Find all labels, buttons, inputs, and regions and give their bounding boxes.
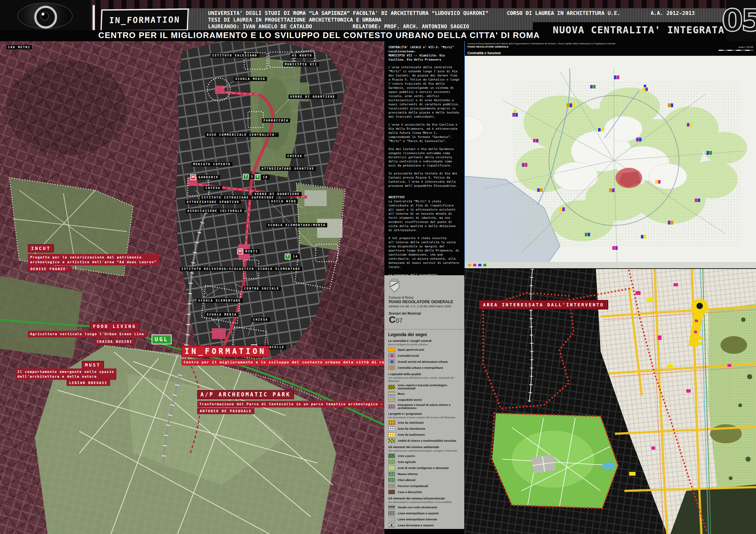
maptr-scale: scala 1: 50.000 (718, 46, 753, 51)
map-label: ISTITUTO RELIGIOSO/SCOLASTICO (180, 267, 256, 271)
project-food-desc: Agricoltura verticale lungo l'Urban Gree… (28, 331, 147, 337)
map-label: MERCATO COPERTO (192, 162, 232, 167)
project-must-title: MUST (82, 361, 104, 369)
map-label: SCUOLA ELEMENTARE (256, 267, 302, 271)
project-incut: INCUT Progetto per la valorizzazione del… (28, 244, 159, 272)
sw-orange-swatch (388, 347, 395, 352)
project-food-author: CHAIRA BUSINI (94, 338, 135, 345)
maptr-subtitle: Centralità e funzioni (468, 51, 501, 55)
sw-masse-swatch (388, 471, 395, 476)
legend-item: Centralità locali (388, 353, 460, 358)
thesis-board: IN_FORMATION UNIVERSITA' DEGLI STUDI DI … (0, 0, 756, 534)
sw-filari-swatch (388, 478, 395, 482)
legend-section: I capisaldi della qualitàche contribuisc… (388, 372, 460, 410)
sw-ambiti-swatch (388, 438, 395, 443)
legend-section: Gli elementi del sistema infrastruttural… (388, 496, 460, 529)
eye-glint-icon (41, 13, 44, 15)
map-label: CHIESA (286, 154, 304, 158)
map-label: CHIESA (252, 317, 270, 322)
centralita-funzioni-map: Comune di Roma Dipartimento alle Politic… (464, 41, 756, 268)
sw-agricole-swatch (388, 460, 395, 464)
map-label: PARROCCHIA (262, 118, 290, 123)
legend-item: Linee ferroviarie e stazioni (388, 523, 460, 528)
metro-icon: M (237, 249, 243, 254)
header-line1: UNIVERSITA' DEGLI STUDI DI ROMA “LA SAPI… (208, 10, 722, 16)
legend-item: Spazi aperti ed assi (388, 347, 460, 352)
sw-parco-swatch (388, 453, 395, 458)
in-formation-logo: IN_FORMATION (100, 9, 189, 32)
prg-panel: Comune di Roma PIANO REGOLATORE GENERALE… (384, 275, 464, 529)
legend-item: Aree da trasformare (388, 432, 460, 437)
rome-overview-graphic (465, 56, 756, 268)
project-title: INCUT (28, 244, 54, 253)
legend-item: Aree da ristrutturare (388, 426, 460, 431)
map-label: SCUOLA ELEMENTARE/MEDIA (266, 223, 327, 227)
scale-bar (718, 50, 753, 51)
map-label: CENTRO SOCIALE (243, 286, 281, 291)
legend-item: Aree a parco (388, 453, 460, 458)
sw-valorizzare-swatch (388, 420, 395, 425)
legend-item: Filari alberati (388, 478, 460, 482)
map-label: VERDE DI QUARTIERE (288, 94, 337, 99)
sw-ciclo-swatch (388, 484, 395, 488)
project-archeomatic: A/P ARCHEOMATIC PARK Trasformazione del … (197, 390, 384, 414)
map-label: ASSOCIAZIONE CULTURALE (186, 209, 244, 213)
metro-icon: M (190, 174, 196, 180)
tram-stop-label: T19 (255, 174, 270, 180)
sw-servizi-swatch (388, 359, 395, 364)
description-column: CENTRALITA' LOCALE n° VII-3: “Mirti” Loc… (384, 41, 464, 534)
sw-centr-locali-swatch (388, 353, 395, 358)
legend-item: Aree agricole (388, 460, 460, 464)
metro-station-label: MGARDENIE (190, 174, 220, 180)
map-label: ASSE COMMERCIALE CENTRALITA' (205, 133, 279, 137)
tram-icon: T (243, 174, 249, 179)
centralita-text: CENTRALITA' LOCALE n° VII-3: “Mirti” Loc… (384, 41, 464, 275)
tram-stop-label: T5 (243, 174, 255, 179)
map-label: ASILO NIDO (270, 199, 298, 203)
comune-label: Comune di Roma (389, 296, 460, 300)
project-must-author: LEDIAN BREGASI (67, 379, 110, 386)
map-label: ISTITUTO SALESIANO (210, 53, 259, 58)
masterplan-graphic (0, 41, 384, 534)
map-label: 100 METRI (6, 45, 32, 49)
legend-sections: Le centralità e i luoghi centralidove si… (388, 339, 460, 529)
map-label: ATTREZZATURE SPORTIVE (260, 167, 316, 171)
sw-mura-swatch (388, 391, 395, 396)
maptr-agency-line: Comune di Roma Dipartimento alle Politic… (468, 42, 615, 45)
legend-section: Gli elementi del sistema ambientaleche c… (388, 445, 460, 494)
prg-title: PIANO REGOLATORE GENERALE (389, 300, 460, 305)
project-desc: Progetto per la valorizzazione del patri… (28, 254, 159, 265)
centralita-heading: CENTRALITA' LOCALE n° VII-3: “Mirti” (389, 45, 461, 49)
sw-metro-staz-swatch (388, 511, 395, 516)
legend-section: Le centralità e i luoghi centralidove si… (388, 339, 460, 370)
legend-item: Percorsi ciclopedonali (388, 484, 460, 488)
sw-centr-urbane-swatch (388, 365, 395, 370)
sw-archeo-swatch (388, 385, 395, 389)
sw-strade-swatch (388, 505, 395, 510)
logo-text: IN_FORMATION (109, 15, 180, 24)
header-bar: IN_FORMATION UNIVERSITA' DEGLI STUDI DI … (0, 0, 756, 41)
legend-item: Cave e discariche (388, 490, 460, 494)
tram-icon: T (285, 254, 290, 259)
legend-item: Linee metropolitane interrate (388, 517, 460, 521)
maptr-prg-line: PIANO REGOLATORE GENERALE (468, 45, 509, 48)
sw-emergenze-swatch (388, 404, 395, 409)
map-label: MUNICIPIO VII (283, 62, 319, 67)
project-information: IN_FORMATION Centro per il miglioramento… (181, 346, 384, 366)
map-label: SCUOLA MEDIA (205, 312, 238, 317)
prg-zoom-map: AREA INTERESSATA DALL'INTERVENTO (464, 269, 756, 534)
sw-metro-int-swatch (388, 517, 395, 521)
tram-stop-label: T14 (285, 254, 300, 259)
prg-card: Comune di Roma PIANO REGOLATORE GENERALE… (384, 275, 464, 330)
map-label: ISTITUTO ISTRUZIONE SUPERIORE (200, 195, 276, 200)
legend-item: Linee metropolitane e stazioni (388, 511, 460, 516)
masterplan-map: 100 METRIISTITUTO SALESIANOAS NUOTOMUNIC… (0, 41, 384, 534)
tram-icon: T (255, 174, 260, 180)
legend-item: Ambiti di riserva a trasformabilità vinc… (388, 438, 460, 443)
project-author: DENISE FRANZE' (28, 266, 71, 272)
legend-section: I progetti e i programmiche determinano … (388, 412, 460, 443)
municipio-code: C07 (389, 315, 460, 325)
map-label: AS NUOTO (290, 53, 313, 58)
metro-station-label: MMIRTI (237, 249, 260, 254)
legend-item: Emergenze e tessuti di valore storico e … (388, 403, 460, 410)
